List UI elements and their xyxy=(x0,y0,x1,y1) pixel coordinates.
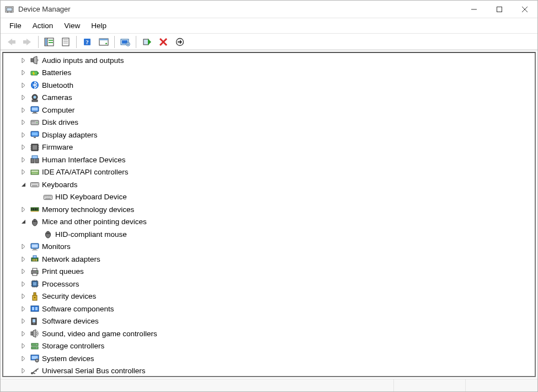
device-tree[interactable]: Audio inputs and outputsBatteriesBluetoo… xyxy=(3,53,535,376)
tree-item[interactable]: Audio inputs and outputs xyxy=(3,54,535,67)
back-button[interactable] xyxy=(4,35,18,49)
chevron-right-icon[interactable] xyxy=(19,279,28,288)
chevron-right-icon[interactable] xyxy=(19,242,28,251)
tree-item-label: Network adapters xyxy=(42,255,100,263)
tree-item[interactable]: Human Interface Devices xyxy=(3,153,535,166)
tree-item[interactable]: Sound, video and game controllers xyxy=(3,327,535,340)
tree-item-label: Bluetooth xyxy=(42,81,73,89)
action-menu-button[interactable] xyxy=(97,35,111,49)
tree-item[interactable]: Universal Serial Bus controllers xyxy=(3,365,535,377)
app-icon xyxy=(5,5,14,14)
tree-item[interactable]: Display adapters xyxy=(3,129,535,141)
security-icon xyxy=(30,292,40,301)
chevron-right-icon[interactable] xyxy=(19,205,28,214)
chevron-right-icon[interactable] xyxy=(19,143,28,152)
properties-button[interactable] xyxy=(58,35,73,49)
tree-item-label: IDE ATA/ATAPI controllers xyxy=(42,168,129,176)
chevron-right-icon[interactable] xyxy=(19,56,28,65)
svg-rect-12 xyxy=(49,42,53,43)
printer-icon xyxy=(30,267,40,277)
content-area: Audio inputs and outputsBatteriesBluetoo… xyxy=(2,52,536,377)
firmware-icon xyxy=(30,142,40,152)
chevron-down-icon[interactable] xyxy=(19,180,28,189)
statusbar xyxy=(1,379,537,391)
maximize-button[interactable] xyxy=(487,1,512,18)
tree-item[interactable]: Cameras xyxy=(3,92,535,104)
minimize-button[interactable] xyxy=(461,1,487,18)
chevron-right-icon[interactable] xyxy=(19,118,28,127)
tree-item-label: Storage controllers xyxy=(42,342,104,350)
chevron-down-icon[interactable] xyxy=(19,218,28,226)
tree-item[interactable]: HID Keyboard Device xyxy=(3,191,535,204)
chevron-right-icon[interactable] xyxy=(19,168,28,177)
uninstall-device-button[interactable] xyxy=(156,35,171,49)
chevron-right-icon[interactable] xyxy=(19,354,28,363)
menubar: File Action View Help xyxy=(1,18,537,34)
update-driver-button[interactable] xyxy=(118,35,132,49)
tree-item[interactable]: Firmware xyxy=(3,141,535,154)
chevron-right-icon[interactable] xyxy=(19,267,28,276)
tree-item[interactable]: Software devices xyxy=(3,315,535,328)
tree-item[interactable]: Memory technology devices xyxy=(3,203,535,216)
speaker-icon xyxy=(30,55,40,65)
tree-item[interactable]: Computer xyxy=(3,104,535,116)
window-title: Device Manager xyxy=(18,5,71,13)
tree-item[interactable]: Network adapters xyxy=(3,253,535,266)
menu-help[interactable]: Help xyxy=(86,20,112,31)
tree-item[interactable]: Processors xyxy=(3,278,535,290)
tree-item[interactable]: Software components xyxy=(3,303,535,315)
tree-item-label: Firmware xyxy=(42,143,73,151)
tree-item[interactable]: Print queues xyxy=(3,266,535,278)
bluetooth-icon xyxy=(30,80,40,90)
hid-icon xyxy=(30,155,40,165)
tree-item-label: Cameras xyxy=(42,93,72,102)
tree-item[interactable]: Mice and other pointing devices xyxy=(3,216,535,229)
monitor-icon xyxy=(30,242,40,252)
tree-item-label: Processors xyxy=(42,280,79,288)
close-button[interactable] xyxy=(512,1,537,18)
chevron-right-icon[interactable] xyxy=(19,304,28,313)
mouse-icon xyxy=(43,229,53,239)
chevron-right-icon[interactable] xyxy=(19,105,28,114)
forward-button[interactable] xyxy=(20,35,35,49)
device-manager-window: Device Manager File Action View Help xyxy=(0,0,538,392)
tree-item[interactable]: Bluetooth xyxy=(3,79,535,92)
chevron-right-icon[interactable] xyxy=(19,130,28,139)
tree-item[interactable]: Storage controllers xyxy=(3,340,535,353)
menu-view[interactable]: View xyxy=(58,20,86,31)
chevron-right-icon[interactable] xyxy=(19,317,28,326)
tree-item[interactable]: Disk drives xyxy=(3,116,535,129)
scan-for-hardware-button[interactable] xyxy=(173,35,187,49)
ide-icon xyxy=(30,167,40,177)
camera-icon xyxy=(30,93,40,103)
chevron-right-icon[interactable] xyxy=(19,81,28,89)
tree-item-label: Monitors xyxy=(42,242,71,251)
tree-item[interactable]: Security devices xyxy=(3,290,535,303)
tree-item-label: Universal Serial Bus controllers xyxy=(42,367,146,375)
chevron-right-icon[interactable] xyxy=(19,292,28,301)
disk-icon xyxy=(30,118,40,128)
chevron-right-icon[interactable] xyxy=(19,155,28,164)
menu-file[interactable]: File xyxy=(4,20,27,31)
chevron-right-icon[interactable] xyxy=(19,342,28,351)
display-icon xyxy=(30,130,40,140)
chevron-right-icon[interactable] xyxy=(19,93,28,102)
show-hide-console-tree-button[interactable] xyxy=(42,35,56,49)
tree-item[interactable]: Monitors xyxy=(3,241,535,253)
usb-icon xyxy=(30,366,40,376)
tree-item[interactable]: IDE ATA/ATAPI controllers xyxy=(3,166,535,179)
svg-rect-13 xyxy=(62,38,69,46)
svg-rect-11 xyxy=(49,40,53,41)
tree-item[interactable]: HID-compliant mouse xyxy=(3,228,535,241)
svg-point-2 xyxy=(7,12,8,13)
tree-item[interactable]: Batteries xyxy=(3,67,535,80)
chevron-right-icon[interactable] xyxy=(19,68,28,77)
chevron-right-icon[interactable] xyxy=(19,329,28,338)
tree-item[interactable]: Keyboards xyxy=(3,178,535,191)
chevron-right-icon[interactable] xyxy=(19,367,28,375)
chevron-right-icon[interactable] xyxy=(19,255,28,263)
menu-action[interactable]: Action xyxy=(27,20,59,31)
enable-device-button[interactable] xyxy=(140,35,154,49)
help-button[interactable]: ? xyxy=(80,35,94,49)
tree-item[interactable]: System devices xyxy=(3,352,535,365)
